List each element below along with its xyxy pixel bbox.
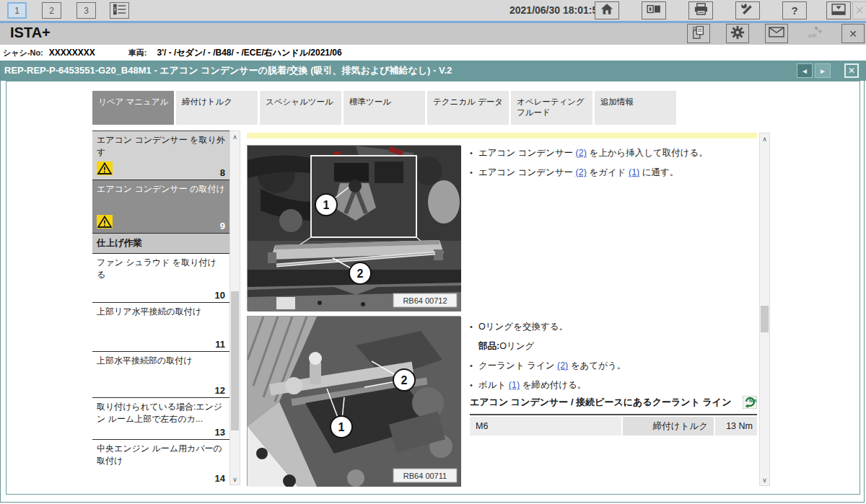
bullet-icon: • xyxy=(470,146,478,159)
callout-link-1[interactable]: (1) xyxy=(509,380,520,390)
page-button-1[interactable]: 1 xyxy=(7,2,27,19)
checklist-button[interactable] xyxy=(110,2,129,19)
torque-kind-cell: 締付けトルク xyxy=(623,417,714,436)
callout-link-2[interactable]: (2) xyxy=(576,167,587,177)
settings-button[interactable] xyxy=(726,24,749,43)
highlight-bar xyxy=(247,133,757,138)
next-page-button[interactable]: ► xyxy=(815,63,831,78)
scrollbar-thumb[interactable] xyxy=(231,291,239,430)
panels-icon xyxy=(646,4,662,18)
callout-1[interactable]: 1 xyxy=(315,194,337,216)
prev-icon: ◄ xyxy=(801,67,808,75)
printer-icon xyxy=(694,2,709,19)
figure-photo: 2 1 RB64 00711 xyxy=(248,317,461,487)
print-button[interactable] xyxy=(688,1,713,19)
document-title-bar: REP-REP-P-6453551-G20_B48M1 - エアコン コンデンサ… xyxy=(0,61,866,81)
torque-nm-icon: Nm xyxy=(743,396,757,412)
vehicle-value: 3'/ - /セダン/ - /B48/ - /ECE/右ハンドル/2021/06 xyxy=(157,47,341,59)
torque-value-cell: 13 Nm xyxy=(715,417,757,436)
callout-link-2[interactable]: (2) xyxy=(576,148,587,158)
wrench-icon xyxy=(740,2,755,19)
vehicle-label: 車両: xyxy=(128,48,147,58)
bullet-icon: • xyxy=(470,166,478,179)
callout-2[interactable]: 2 xyxy=(349,262,371,284)
instruction-bullet: • エアコン コンデンサー (2) を上から挿入して取付ける。 xyxy=(470,146,757,159)
instruction-bullet: • Oリングを交換する。 xyxy=(470,320,757,333)
svg-text:AIR: AIR xyxy=(808,33,817,38)
tools-button[interactable] xyxy=(735,1,760,19)
callout-2[interactable]: 2 xyxy=(393,369,415,391)
prev-page-button[interactable]: ◄ xyxy=(797,63,813,78)
callout-link-2[interactable]: (2) xyxy=(557,361,568,371)
close-document-button[interactable]: ✕ xyxy=(844,63,859,78)
vehicle-info-bar: シャシ-No: XXXXXXXX 車両: 3'/ - /セダン/ - /B48/… xyxy=(0,45,866,61)
sidebar-scrollbar[interactable]: ∧ ∨ xyxy=(229,131,240,485)
copy-document-button[interactable] xyxy=(687,24,710,43)
scroll-down-icon[interactable]: ∨ xyxy=(760,474,769,485)
step-item-10[interactable]: ファン シュラウド を取り付ける 10 xyxy=(92,254,229,303)
checklist-icon xyxy=(113,3,127,18)
step-item-12[interactable]: 上部水平接続部の取付け 12 xyxy=(92,352,229,398)
tab-additional-info[interactable]: 追加情報 xyxy=(595,91,676,125)
tray-icon xyxy=(831,4,846,18)
scroll-up-icon[interactable]: ∧ xyxy=(760,133,769,144)
figure-label: RB64 00711 xyxy=(403,472,447,480)
step-item-9-selected[interactable]: エアコン コンデンサー の取付け 9 xyxy=(92,180,229,234)
callout-1[interactable]: 1 xyxy=(331,416,352,438)
tab-technical-data[interactable]: テクニカル データ xyxy=(427,91,509,125)
minimize-tray-button[interactable] xyxy=(826,1,851,19)
workshop-panels-button[interactable] xyxy=(642,1,666,19)
svg-text:Nm: Nm xyxy=(749,398,757,403)
tab-bar: リペア マニュアル 締付けトルク スペシャルツール 標準ツール テクニカル デー… xyxy=(92,91,676,125)
tab-repair-manual[interactable]: リペア マニュアル xyxy=(92,91,174,125)
step-item-8[interactable]: エアコン コンデンサー を取り外す 8 xyxy=(92,131,229,180)
scroll-up-icon[interactable]: ∧ xyxy=(230,131,240,142)
scrollbar-track[interactable] xyxy=(760,144,769,474)
svg-text:2: 2 xyxy=(357,268,364,280)
main-panel: リペア マニュアル 締付けトルク スペシャルツール 標準ツール テクニカル デー… xyxy=(6,81,860,495)
torque-table-title: エアコン コンデンサー / 接続ピースにあるクーラント ライン xyxy=(470,396,731,409)
chassis-value: XXXXXXXX xyxy=(49,48,95,58)
tab-operating-fluids[interactable]: オペレーティング フルード xyxy=(511,91,592,125)
datetime: 2021/06/30 18:01:53 xyxy=(509,4,603,16)
instructions-step-9: • エアコン コンデンサー (2) を上から挿入して取付ける。 • エアコン コ… xyxy=(470,146,757,185)
document-title: REP-REP-P-6453551-G20_B48M1 - エアコン コンデンサ… xyxy=(4,64,452,77)
step-label: 取り付けられている場合:エンジン ルーム上部で左右のカ... xyxy=(97,401,225,425)
callout-link-1[interactable]: (1) xyxy=(629,167,639,177)
mail-button[interactable] xyxy=(765,24,788,43)
page-button-2[interactable]: 2 xyxy=(42,2,61,19)
scroll-down-icon[interactable]: ∨ xyxy=(230,474,240,485)
step-label: エアコン コンデンサー を取り外す xyxy=(97,134,225,159)
svg-text:1: 1 xyxy=(323,199,330,211)
warning-icon xyxy=(97,215,113,231)
step-item-14[interactable]: 中央エンジン ルーム用カバーの取付け 14 xyxy=(92,440,229,485)
instruction-bullet: • ボルト (1) を締め付ける。 xyxy=(470,379,757,392)
step-item-11[interactable]: 上部リア水平接続の取付け 11 xyxy=(92,303,229,352)
close-session-button[interactable]: ✕ xyxy=(841,24,865,43)
home-button[interactable] xyxy=(595,1,619,19)
air-button-disabled: AIR xyxy=(804,24,827,43)
scrollbar-track[interactable] xyxy=(230,142,240,474)
top-toolbar: 1 2 3 2021/06/30 18:01:53 xyxy=(0,0,866,21)
page-button-3[interactable]: 3 xyxy=(76,2,96,19)
torque-table: エアコン コンデンサー / 接続ピースにあるクーラント ライン Nm M6 締付… xyxy=(470,396,757,436)
step-item-13[interactable]: 取り付けられている場合:エンジン ルーム上部で左右のカ... 13 xyxy=(92,398,229,440)
step-label: ファン シュラウド を取り付ける xyxy=(97,257,225,281)
help-button[interactable]: ? xyxy=(782,1,807,19)
close-app-button-disabled: ✕ xyxy=(852,1,866,19)
content-scrollbar[interactable]: ∧ ∨ xyxy=(759,133,770,486)
tab-standard-tools[interactable]: 標準ツール xyxy=(344,91,425,125)
close-icon: ✕ xyxy=(854,4,864,17)
table-row: M6 締付けトルク 13 Nm xyxy=(470,417,757,436)
svg-text:2: 2 xyxy=(401,374,408,386)
home-icon xyxy=(600,2,614,19)
warning-icon xyxy=(97,162,113,178)
instructions-step-9b: • Oリングを交換する。 部品:Oリング • クーラント ライン (2) をあて… xyxy=(470,320,757,398)
tab-tightening-torque[interactable]: 締付けトルク xyxy=(176,91,258,125)
tab-special-tools[interactable]: スペシャルツール xyxy=(260,91,341,125)
step-label: エアコン コンデンサー の取付け xyxy=(97,183,225,195)
copy-document-icon xyxy=(691,25,706,43)
question-icon: ? xyxy=(791,4,797,17)
bullet-icon: • xyxy=(470,359,478,372)
scrollbar-thumb[interactable] xyxy=(761,306,769,332)
